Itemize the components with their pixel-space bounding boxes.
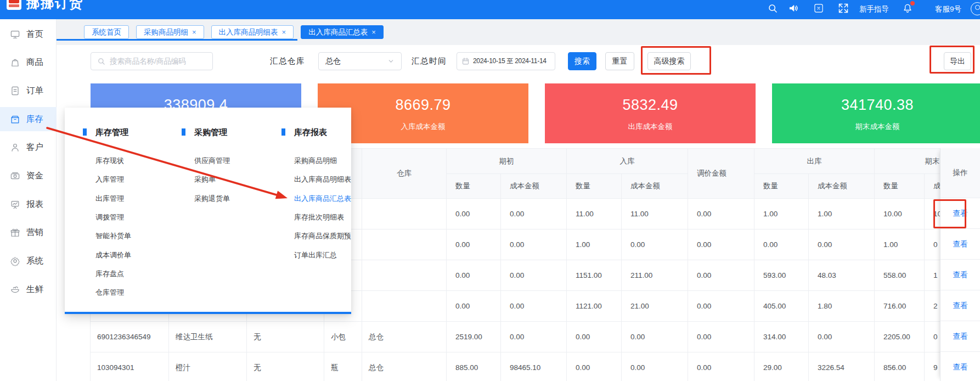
warehouse-label: 汇总仓库	[270, 52, 305, 70]
menu-bullet-icon	[281, 128, 285, 136]
sidebar-item-bowl[interactable]: 生鲜	[0, 277, 57, 301]
sidebar-item-label: 库存	[26, 114, 43, 125]
stat-card-label: 出库成本金额	[545, 122, 756, 132]
table-cell: 0.00	[501, 291, 567, 322]
table-cell: 1.00	[875, 229, 925, 260]
sidebar-item-gear[interactable]: 系统	[0, 249, 57, 273]
sub-header: 成本金额	[809, 174, 875, 199]
export-button[interactable]: 导出	[944, 52, 971, 70]
menu-item[interactable]: 出入库商品汇总表	[294, 194, 351, 204]
menu-item[interactable]: 采购单	[194, 175, 216, 184]
sidebar-item-label: 商品	[26, 57, 43, 68]
brand-logo-icon	[7, 0, 21, 10]
sidebar-item-bag[interactable]: 商品	[0, 50, 57, 74]
view-link[interactable]: 查看	[953, 301, 968, 311]
menu-item[interactable]: 库存批次明细表	[294, 212, 344, 222]
sub-header: 数量	[567, 174, 622, 199]
menu-item[interactable]: 采购退货单	[194, 194, 230, 204]
tab-0[interactable]: 系统首页	[84, 25, 129, 39]
box-icon	[10, 114, 20, 125]
sidebar: 首页商品订单库存客户资金报表营销系统生鲜	[0, 19, 57, 381]
view-link[interactable]: 查看	[953, 209, 968, 218]
view-link[interactable]: 查看	[953, 332, 968, 341]
menu-item[interactable]: 成本调价单	[95, 250, 131, 260]
action-cell: 查看	[940, 229, 980, 260]
support-link[interactable]: 客服9号	[935, 4, 961, 14]
date-range-picker[interactable]: 2024-10-15 至 2024-11-14	[457, 52, 555, 70]
search-icon[interactable]	[767, 3, 778, 14]
table-cell: 小包	[324, 322, 362, 352]
warehouse-select[interactable]: 总仓	[318, 52, 402, 70]
sidebar-item-report[interactable]: 报表	[0, 192, 57, 216]
guide-link[interactable]: 新手指导	[859, 4, 889, 14]
table-cell: 405.00	[754, 291, 809, 322]
menu-item[interactable]: 订单出库汇总	[294, 250, 337, 260]
chevron-down-icon	[387, 58, 395, 65]
speaker-icon[interactable]	[788, 3, 799, 14]
bowl-icon	[10, 284, 20, 295]
sidebar-item-label: 资金	[26, 170, 43, 182]
table-cell: 3226.54	[809, 352, 875, 381]
tab-1[interactable]: 采购商品明细×	[136, 25, 204, 39]
table-cell	[362, 199, 447, 229]
sub-header: 成本金额	[501, 174, 567, 199]
table-row: 6901236346549维达卫生纸无小包总仓2519.000.000.000.…	[91, 322, 980, 352]
close-icon[interactable]: ×	[371, 29, 376, 36]
table-cell: 1121.00	[567, 291, 622, 322]
search-input[interactable]	[110, 57, 212, 65]
tab-3[interactable]: 出入库商品汇总表×	[301, 25, 384, 39]
table-cell: 0.00	[501, 260, 567, 291]
advanced-search-button[interactable]: 高级搜索	[647, 52, 691, 70]
action-header: 操作	[940, 148, 980, 198]
table-cell: 48.03	[809, 260, 875, 291]
sidebar-item-home[interactable]: 首页	[0, 22, 57, 46]
menu-item[interactable]: 采购商品明细	[294, 156, 337, 166]
view-link[interactable]: 查看	[953, 270, 968, 280]
table-cell: 11.00	[622, 199, 688, 229]
date-range-value: 2024-10-15 至 2024-11-14	[473, 57, 547, 66]
avatar[interactable]	[971, 2, 980, 15]
menu-item[interactable]: 库存现状	[95, 156, 124, 166]
table-row: 103094301橙汁无瓶总仓885.0098465.100.000.000.0…	[91, 352, 980, 381]
sidebar-item-order[interactable]: 订单	[0, 79, 57, 103]
table-cell: 0.00	[809, 322, 875, 352]
tab-label: 出入库商品明细表	[219, 27, 278, 37]
brand-title: 挪挪订货	[26, 0, 83, 12]
menu-item[interactable]: 入库管理	[95, 175, 124, 184]
tab-2[interactable]: 出入库商品明细表×	[211, 25, 294, 39]
menu-item[interactable]: 供应商管理	[194, 156, 230, 166]
table-cell	[362, 260, 447, 291]
view-link[interactable]: 查看	[953, 239, 968, 249]
sidebar-item-gift[interactable]: 营销	[0, 220, 57, 244]
sidebar-item-user[interactable]: 客户	[0, 135, 57, 159]
table-cell: 1.00	[809, 199, 875, 229]
sidebar-item-money[interactable]: 资金	[0, 164, 57, 188]
table-cell: 瓶	[324, 352, 362, 381]
menu-item[interactable]: 仓库管理	[95, 288, 124, 298]
view-link[interactable]: 查看	[953, 362, 968, 372]
screenshot-icon[interactable]	[813, 3, 824, 14]
menu-item[interactable]: 调拨管理	[95, 212, 124, 222]
table-cell: 0.00	[622, 352, 688, 381]
action-cell: 查看	[940, 290, 980, 321]
fullscreen-icon[interactable]	[838, 3, 849, 14]
menu-item[interactable]: 出入库商品明细表	[294, 175, 351, 184]
action-cell: 查看	[940, 260, 980, 290]
menu-item[interactable]: 出库管理	[95, 194, 124, 204]
close-icon[interactable]: ×	[282, 29, 286, 36]
table-cell: 无	[247, 322, 324, 352]
table-cell: 0.00	[501, 199, 567, 229]
menu-item[interactable]: 智能补货单	[95, 231, 131, 241]
table-cell: 10.00	[875, 199, 925, 229]
menu-item[interactable]: 库存商品保质期预警	[294, 231, 351, 241]
table-cell: 314.00	[754, 322, 809, 352]
table-cell: 21.00	[622, 291, 688, 322]
user-icon	[10, 142, 20, 153]
reset-button[interactable]: 重置	[605, 52, 634, 70]
table-cell: 0.00	[447, 229, 501, 260]
search-button[interactable]: 搜索	[568, 52, 596, 70]
table-cell: 0.00	[688, 291, 754, 322]
sidebar-item-box[interactable]: 库存	[0, 107, 57, 131]
menu-item[interactable]: 库存盘点	[95, 269, 124, 279]
close-icon[interactable]: ×	[192, 29, 196, 36]
